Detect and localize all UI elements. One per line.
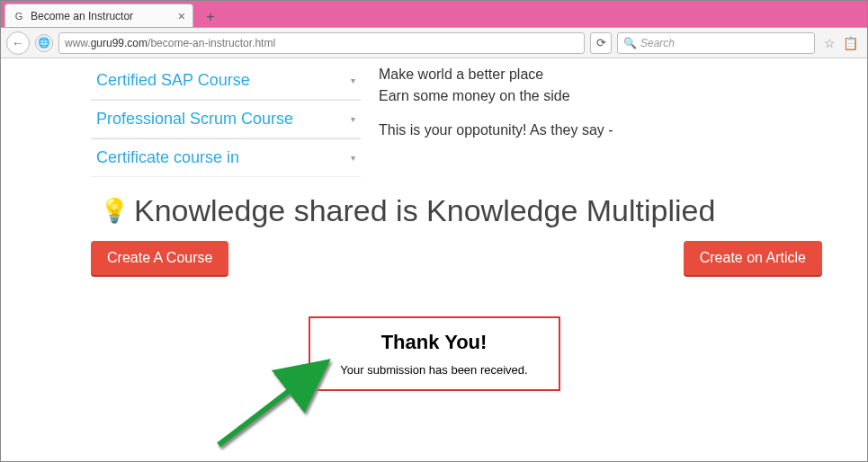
headline: 💡 Knowledge shared is Knowledge Multipli… [100,193,849,228]
close-tab-icon[interactable]: × [178,9,185,23]
intro-line: Earn some money on the side [379,85,849,107]
button-row: Create A Course Create on Article [19,241,849,275]
thank-you-message: Your submission has been received. [319,363,550,377]
intro-text: Make world a better place Earn some mone… [379,62,849,177]
bookmark-star-icon[interactable]: ☆ [824,36,836,50]
sidebar-item-label: Professional Scrum Course [96,110,293,129]
chevron-down-icon: ▾ [351,76,355,85]
course-sidebar: Certified SAP Course ▾ Professional Scru… [91,62,361,177]
sidebar-item-certificate[interactable]: Certificate course in ▾ [91,138,361,177]
tab-bar: G Become an Instructor × + [1,1,867,28]
thank-you-title: Thank You! [319,331,550,354]
site-identity-icon[interactable]: 🌐 [35,34,53,52]
chevron-down-icon: ▾ [351,153,355,163]
intro-line: Make world a better place [379,64,849,85]
thank-you-box: Thank You! Your submission has been rece… [309,316,560,391]
search-placeholder: Search [640,37,675,49]
intro-line: This is your oppotunity! As they say - [379,120,849,141]
url-path: /become-an-instructor.html [148,37,275,49]
create-article-button[interactable]: Create on Article [684,241,822,275]
url-bar[interactable]: www.guru99.com/become-an-instructor.html [58,32,585,54]
clipboard-icon[interactable]: 📋 [843,36,858,50]
sidebar-item-sap[interactable]: Certified SAP Course ▾ [91,62,361,100]
toolbar: ← 🌐 www.guru99.com/become-an-instructor.… [1,28,867,58]
new-tab-button[interactable]: + [199,7,222,27]
reload-button[interactable]: ⟳ [590,32,612,54]
page-body: Certified SAP Course ▾ Professional Scru… [1,58,867,391]
back-button[interactable]: ← [6,31,30,55]
browser-tab[interactable]: G Become an Instructor × [4,4,193,27]
sidebar-item-scrum[interactable]: Professional Scrum Course ▾ [91,100,361,138]
search-icon: 🔍 [623,37,637,49]
sidebar-item-label: Certified SAP Course [96,71,250,90]
create-course-button[interactable]: Create A Course [91,241,228,275]
sidebar-item-label: Certificate course in [96,148,239,167]
headline-text: Knowledge shared is Knowledge Multiplied [134,193,715,228]
tab-favicon: G [13,10,25,22]
toolbar-right-icons: ☆ 📋 [820,36,862,50]
chevron-down-icon: ▾ [351,114,355,124]
search-bar[interactable]: 🔍 Search [617,32,815,54]
url-pre: www. [65,37,91,49]
lightbulb-icon: 💡 [100,197,129,225]
tab-title: Become an Instructor [31,10,173,22]
url-host: guru99.com [91,37,148,49]
